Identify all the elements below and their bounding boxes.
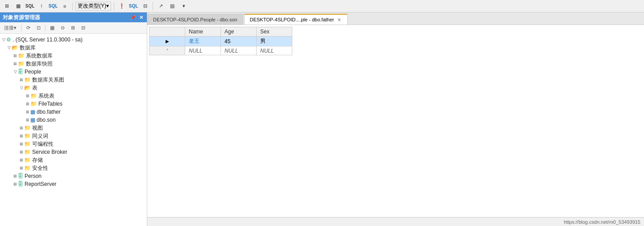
toggle-reportserver[interactable]: ⊞ xyxy=(12,181,18,187)
storage-icon: 📁 xyxy=(24,157,31,163)
panel-controls: 📌 ✕ xyxy=(130,15,144,21)
tree-item-server[interactable]: ▽ ⚙ . (SQL Server 11.0.3000 - sa) xyxy=(0,36,147,44)
toggle-people[interactable]: ▽ xyxy=(12,69,18,74)
system-db-icon: 📁 xyxy=(18,53,25,59)
cell-age-2[interactable]: NULL xyxy=(221,46,257,55)
tree-item-people[interactable]: ▽ 🗄 People xyxy=(0,68,147,76)
tab-father-label: DESKTOP-4SLPOID....ple - dbo.father xyxy=(250,17,334,22)
tree-item-views[interactable]: ⊞ 📁 视图 xyxy=(0,124,147,132)
toggle-system-db[interactable]: ⊞ xyxy=(12,53,18,58)
toolbar-lines2-btn[interactable]: ⊟ xyxy=(140,1,150,11)
views-label: 视图 xyxy=(32,124,43,132)
dbo-son-icon: ▦ xyxy=(30,117,35,123)
toolbar-type-dropdown[interactable]: 更改类型(Y)▾ xyxy=(75,2,111,11)
cell-null-name: NULL xyxy=(189,48,203,54)
toggle-views[interactable]: ⊞ xyxy=(19,125,24,131)
toggle-storage[interactable]: ⊞ xyxy=(19,157,24,163)
tree-item-db-diagram[interactable]: ⊞ 📁 数据库关系图 xyxy=(0,76,147,84)
toggle-synonyms[interactable]: ⊞ xyxy=(19,133,24,139)
tree-item-filetables[interactable]: ⊞ 📁 FileTables xyxy=(0,100,147,108)
toolbar-excl-btn[interactable]: ❗ xyxy=(117,1,127,11)
synonyms-icon: 📁 xyxy=(24,133,31,139)
exp-sep1 xyxy=(21,25,21,31)
toolbar-export-btn[interactable]: ↗ xyxy=(156,1,166,11)
new-query-btn[interactable]: ⊡ xyxy=(34,24,43,32)
table-row[interactable]: ▶ 老王 45 男 xyxy=(150,37,292,46)
toolbar-chart-btn[interactable]: ▤ xyxy=(167,1,177,11)
expand-btn[interactable]: ⊞ xyxy=(68,24,77,32)
table-row[interactable]: * NULL NULL NULL xyxy=(150,46,292,55)
reportserver-label: ReportServer xyxy=(25,181,56,187)
toolbar-grid-btn[interactable]: ⊞ xyxy=(2,1,12,11)
col-name[interactable]: Name xyxy=(185,27,221,37)
toolbar-sql2-btn[interactable]: SQL xyxy=(48,1,58,11)
collapse-btn[interactable]: ⊝ xyxy=(58,24,67,32)
toggle-service-broker[interactable]: ⊞ xyxy=(19,149,24,155)
toggle-person[interactable]: ⊞ xyxy=(12,173,18,179)
tree-item-person[interactable]: ⊞ 🗄 Person xyxy=(0,172,147,180)
toggle-db-snapshot[interactable]: ⊞ xyxy=(12,61,18,66)
tree-item-service-broker[interactable]: ⊞ 📁 Service Broker xyxy=(0,148,147,156)
tree-item-system-tables[interactable]: ⊞ 📁 系统表 xyxy=(0,92,147,100)
toolbar-sep1 xyxy=(72,2,73,10)
data-grid: Name Age Sex ▶ 老王 45 男 xyxy=(149,27,292,55)
refresh-btn[interactable]: ⟳ xyxy=(24,24,33,32)
data-grid-container: Name Age Sex ▶ 老王 45 男 xyxy=(147,25,644,217)
tab-father[interactable]: DESKTOP-4SLPOID....ple - dbo.father ✕ xyxy=(244,14,348,25)
person-label: Person xyxy=(25,173,42,179)
system-tables-label: 系统表 xyxy=(38,92,54,100)
toolbar-sql3-btn[interactable]: SQL xyxy=(129,1,138,11)
tab-son-label: DESKTOP-4SLPOID.People - dbo.son xyxy=(153,17,237,22)
tree-item-programmability[interactable]: ⊞ 📁 可编程性 xyxy=(0,140,147,148)
toolbar-lines-btn[interactable]: ≡ xyxy=(60,1,70,11)
toggle-system-tables[interactable]: ⊞ xyxy=(25,93,30,99)
toolbar-type-label: 更改类型(Y)▾ xyxy=(78,2,109,10)
tab-father-close[interactable]: ✕ xyxy=(337,17,342,22)
connect-btn[interactable]: 连接▾ xyxy=(2,24,19,32)
main-container: 对象资源管理器 📌 ✕ 连接▾ ⟳ ⊡ ▦ ⊝ ⊞ ⊟ ▽ ⚙ . (SQL S… xyxy=(0,12,644,226)
status-url: https://blog.csdn.net/m0_53493915 xyxy=(564,219,640,225)
tree-item-security[interactable]: ⊞ 📁 安全性 xyxy=(0,164,147,172)
tree-item-databases[interactable]: ▽ 📂 数据库 xyxy=(0,44,147,52)
tree-item-db-snapshot[interactable]: ⊞ 📁 数据库快照 xyxy=(0,60,147,68)
tab-son[interactable]: DESKTOP-4SLPOID.People - dbo.son xyxy=(147,14,243,25)
tree-item-synonyms[interactable]: ⊞ 📁 同义词 xyxy=(0,132,147,140)
cell-name-2[interactable]: NULL xyxy=(185,46,221,55)
toggle-filetables[interactable]: ⊞ xyxy=(25,101,30,107)
cell-age-1[interactable]: 45 xyxy=(221,37,257,46)
db-diagram-icon: 📁 xyxy=(24,77,31,83)
tree-item-dbo-son[interactable]: ⊞ ▦ dbo.son xyxy=(0,116,147,124)
tree-item-tables[interactable]: ▽ 📂 表 xyxy=(0,84,147,92)
col-age[interactable]: Age xyxy=(221,27,257,37)
toggle-dbo-son[interactable]: ⊞ xyxy=(25,117,30,123)
cell-name-1[interactable]: 老王 xyxy=(185,37,221,46)
tree-item-reportserver[interactable]: ⊞ 🗄 ReportServer xyxy=(0,180,147,188)
toolbar-extra-btn[interactable]: ▾ xyxy=(179,1,189,11)
toggle-programmability[interactable]: ⊞ xyxy=(19,141,24,147)
people-icon: 🗄 xyxy=(18,69,23,75)
toolbar-table-btn[interactable]: ▦ xyxy=(13,1,23,11)
cell-sex-2[interactable]: NULL xyxy=(257,46,292,55)
cell-link-name: 老王 xyxy=(189,38,199,44)
toggle-databases[interactable]: ▽ xyxy=(6,45,12,50)
toggle-security[interactable]: ⊞ xyxy=(19,165,24,171)
panel-close-btn[interactable]: ✕ xyxy=(138,15,144,21)
toolbar-sql-btn[interactable]: SQL xyxy=(25,1,35,11)
tree-item-storage[interactable]: ⊞ 📁 存储 xyxy=(0,156,147,164)
col-sex[interactable]: Sex xyxy=(257,27,292,37)
tree-item-dbo-father[interactable]: ⊞ ▦ dbo.father xyxy=(0,108,147,116)
toggle-server[interactable]: ▽ xyxy=(1,37,6,42)
toolbar-mark-btn[interactable]: ! xyxy=(37,1,46,11)
toggle-db-diagram[interactable]: ⊞ xyxy=(19,77,24,82)
pin-btn[interactable]: 📌 xyxy=(130,15,136,21)
shrink-btn[interactable]: ⊟ xyxy=(79,24,87,32)
security-icon: 📁 xyxy=(24,165,31,171)
dbo-father-label: dbo.father xyxy=(37,109,61,115)
server-icon: ⚙ xyxy=(6,37,11,43)
dbo-son-label: dbo.son xyxy=(37,117,56,123)
tree-item-system-db[interactable]: ⊞ 📁 系统数据库 xyxy=(0,52,147,60)
toggle-tables[interactable]: ▽ xyxy=(19,85,24,90)
filter-btn[interactable]: ▦ xyxy=(48,24,57,32)
toggle-dbo-father[interactable]: ⊞ xyxy=(25,109,30,115)
cell-sex-1[interactable]: 男 xyxy=(257,37,292,46)
